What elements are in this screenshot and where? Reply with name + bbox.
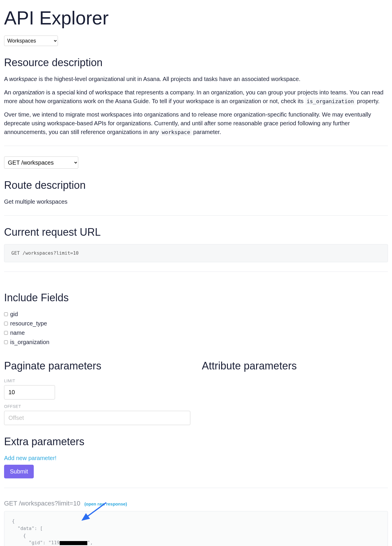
text: property.	[355, 98, 379, 104]
include-fields-heading: Include Fields	[4, 290, 388, 306]
include-field-label: name	[10, 328, 25, 337]
text-em: workspace	[9, 76, 37, 82]
add-parameter-link[interactable]: Add new parameter!	[4, 454, 388, 462]
text-em: organization	[13, 89, 45, 96]
include-field-checkbox-name[interactable]	[4, 331, 8, 335]
code-line: "gid": "119	[12, 540, 60, 545]
redacted-text	[60, 541, 87, 545]
include-field-checkbox-is_organization[interactable]	[4, 340, 8, 344]
attribute-params-heading: Attribute parameters	[202, 358, 388, 374]
response-body: { "data": [ { "gid": "119", "name": "anv…	[4, 511, 388, 546]
include-field-label: is_organization	[10, 338, 49, 346]
include-field-item: name	[4, 328, 388, 337]
response-request-line: GET /workspaces?limit=10	[4, 499, 80, 508]
resource-description-p2: An organization is a special kind of wor…	[4, 88, 388, 105]
divider	[4, 272, 388, 272]
limit-label: Limit	[4, 378, 190, 384]
route-description-text: Get multiple workspaces	[4, 197, 388, 206]
include-field-label: gid	[10, 310, 18, 318]
text: An	[4, 89, 13, 96]
limit-input[interactable]	[4, 385, 55, 399]
resource-description-heading: Resource description	[4, 55, 388, 71]
divider	[4, 215, 388, 216]
submit-button[interactable]: Submit	[4, 465, 34, 478]
include-field-item: is_organization	[4, 338, 388, 346]
code-line: {	[12, 533, 26, 538]
resource-description-p3: Over time, we intend to migrate most wor…	[4, 110, 388, 136]
divider	[4, 146, 388, 146]
open-raw-response-link[interactable]: (open raw response)	[84, 501, 127, 508]
divider	[4, 488, 388, 488]
text: A	[4, 76, 9, 82]
code-line: ",	[87, 540, 93, 545]
resource-description-p1: A workspace is the highest-level organiz…	[4, 75, 388, 83]
resource-select[interactable]: Workspaces	[4, 36, 58, 46]
code-inline: workspace	[160, 128, 192, 136]
include-field-checkbox-gid[interactable]	[4, 312, 8, 316]
page-title: API Explorer	[4, 4, 388, 32]
paginate-params-heading: Paginate parameters	[4, 358, 190, 374]
offset-input[interactable]	[4, 411, 190, 425]
text: is the highest-level organizational unit…	[37, 76, 300, 82]
offset-label: Offset	[4, 404, 190, 410]
include-fields-list: gidresource_typenameis_organization	[4, 310, 388, 346]
include-field-checkbox-resource_type[interactable]	[4, 322, 8, 325]
route-description-heading: Route description	[4, 177, 388, 193]
code-line: {	[12, 518, 15, 524]
route-select[interactable]: GET /workspaces	[4, 156, 78, 169]
code-line: "data": [	[12, 526, 43, 531]
include-field-item: gid	[4, 310, 388, 318]
current-request-url-value: GET /workspaces?limit=10	[4, 244, 388, 262]
code-inline: is_organization	[305, 98, 356, 105]
text: parameter.	[192, 129, 221, 135]
current-request-url-heading: Current request URL	[4, 224, 388, 240]
extra-params-heading: Extra parameters	[4, 434, 388, 450]
include-field-label: resource_type	[10, 319, 47, 328]
include-field-item: resource_type	[4, 319, 388, 328]
